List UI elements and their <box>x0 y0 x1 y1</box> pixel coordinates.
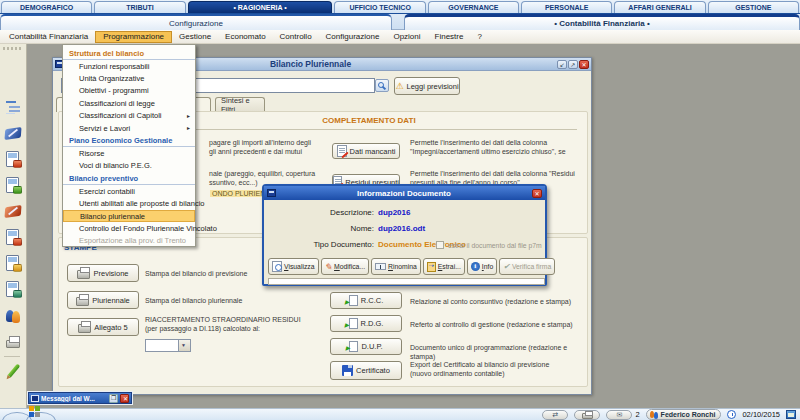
maximize-button[interactable] <box>568 60 578 69</box>
chevron-down-icon[interactable] <box>178 340 190 351</box>
menu-item-classificazioni-legge[interactable]: Classificazioni di legge <box>63 97 195 109</box>
menu-contabilita-finanziaria[interactable]: Contabilità Finanziaria <box>2 31 95 43</box>
minimize-button[interactable] <box>557 60 567 69</box>
pencil-icon[interactable] <box>4 362 22 380</box>
menu-programmazione[interactable]: Programmazione <box>95 31 172 43</box>
menu-configurazione[interactable]: Configurazione <box>319 31 387 43</box>
dup-desc: Documento unico di programmazione (redaz… <box>410 343 586 361</box>
rename-icon <box>375 263 386 270</box>
menu-item-classificazioni-capitoli[interactable]: Classificazioni di Capitoli <box>63 110 195 122</box>
verifica-firma-button: Verifica firma <box>499 258 555 275</box>
tipo-documento-label: Tipo Documento: <box>268 240 374 249</box>
tab-ragioneria[interactable]: • RAGIONERIA • <box>188 1 333 13</box>
tab-configurazione[interactable]: Configurazione <box>0 14 392 30</box>
dialog-titlebar[interactable]: Informazioni Documento <box>264 186 545 200</box>
messaggi-title: Messaggi dal W... <box>41 395 107 402</box>
users-icon[interactable] <box>4 306 22 324</box>
descrizione-label: Descrizione: <box>268 208 374 217</box>
menu-item-servizi-lavori[interactable]: Servizi e Lavori <box>63 122 195 134</box>
dati-mancanti-button[interactable]: Dati mancanti <box>332 143 400 159</box>
menu-economato[interactable]: Economato <box>218 31 272 43</box>
tab-ufficio-tecnico[interactable]: UFFICIO TECNICO <box>334 1 425 13</box>
print-icon <box>78 324 91 333</box>
tab-gestione[interactable]: GESTIONE <box>708 1 799 13</box>
modifica-button[interactable]: Modifica... <box>321 258 370 275</box>
allegato5-button[interactable]: Allegato 5 <box>67 318 139 336</box>
menu-finestre[interactable]: Finestre <box>428 31 471 43</box>
programmazione-menu: Struttura del bilancio Funzioni responsa… <box>62 44 196 247</box>
info-icon <box>471 262 480 271</box>
rdg-button[interactable]: R.D.G. <box>330 315 402 332</box>
toolbar-grip[interactable] <box>3 47 21 50</box>
messages-button[interactable]: ✉ <box>606 410 632 420</box>
check-icon <box>503 262 510 271</box>
search-icon <box>378 82 384 88</box>
rdg-desc: Referto al controllo di gestione (redazi… <box>410 320 586 329</box>
menu-item-esercizi-contabili[interactable]: Esercizi contabili <box>63 185 195 197</box>
document-gears-icon[interactable] <box>4 176 22 194</box>
previsione-desc: Stampa del bilancio di previsione <box>145 269 247 278</box>
menu-item-risorse[interactable]: Risorse <box>63 147 195 159</box>
tools-blue-icon[interactable] <box>4 124 22 142</box>
info-button[interactable]: Info <box>467 258 497 275</box>
restore-button[interactable] <box>109 394 118 403</box>
tab-sintesi-filtri[interactable]: Sintesi e Filtri <box>215 97 265 111</box>
print-button[interactable] <box>574 410 600 420</box>
certificato-desc: Export del Certificato al bilancio di pr… <box>410 360 586 378</box>
rinomina-button[interactable]: Rinomina <box>371 258 421 275</box>
menu-help[interactable]: ? <box>470 31 488 43</box>
menu-opzioni[interactable]: Opzioni <box>386 31 427 43</box>
tab-tributi[interactable]: TRIBUTI <box>94 1 185 13</box>
messaggi-minimized-window[interactable]: Messaggi dal W... <box>28 392 132 404</box>
document-screen-icon[interactable] <box>4 280 22 298</box>
pluriennale-button[interactable]: Pluriennale <box>67 291 139 309</box>
document-red-icon[interactable] <box>4 228 22 246</box>
structure-icon[interactable] <box>4 98 22 116</box>
printer-icon[interactable] <box>4 332 22 350</box>
menu-item-controllo-fpv[interactable]: Controllo del Fondo Pluriennale Vincolat… <box>63 222 195 234</box>
calendar-icon[interactable] <box>786 410 796 419</box>
dup-button[interactable]: D.U.P. <box>330 338 402 355</box>
tab-personale[interactable]: PERSONALE <box>521 1 612 13</box>
previsione-button[interactable]: Previsione <box>67 264 139 282</box>
descrizione-value: dup2016 <box>378 208 410 217</box>
users-icon <box>650 410 659 419</box>
menu-item-obiettivi-programmi[interactable]: Obiettivi - programmi <box>63 85 195 97</box>
tab-contabilita-finanziaria[interactable]: • Contabilità Finanziaria • <box>404 14 800 30</box>
text-fragment: pagare gli importi all'interno degligli … <box>209 138 311 156</box>
tab-affari-generali[interactable]: AFFARI GENERALI <box>614 1 705 13</box>
print-icon <box>76 297 89 306</box>
menu-item-voci-bilancio-peg[interactable]: Voci di bilancio P.E.G. <box>63 160 195 172</box>
menu-controllo[interactable]: Controllo <box>273 31 319 43</box>
estrai-button[interactable]: Estrai... <box>423 258 465 275</box>
tab-demografico[interactable]: DEMOGRAFICO <box>1 1 92 13</box>
estrai-p7m-checkbox[interactable] <box>436 241 444 249</box>
allegato5-date-combobox[interactable] <box>145 339 191 352</box>
menu-item-funzioni-responsabili[interactable]: Funzioni responsabili <box>63 60 195 72</box>
menu-header-struttura: Struttura del bilancio <box>63 47 195 60</box>
menu-gestione[interactable]: Gestione <box>172 31 218 43</box>
estrai-p7m-label: estrai il documento dal file p7m <box>448 242 542 249</box>
user-button[interactable]: Federico Ronchi <box>646 409 722 420</box>
rcc-button[interactable]: R.C.C. <box>330 292 402 309</box>
menu-item-unita-organizzative[interactable]: Unità Organizzative <box>63 72 195 84</box>
menu-item-utenti-abilitati[interactable]: Utenti abilitati alle proposte di bilanc… <box>63 198 195 210</box>
transfer-button[interactable]: ⇄ <box>542 410 568 420</box>
current-date: 02/10/2015 <box>742 410 780 419</box>
left-toolbar <box>0 44 27 420</box>
document-icon[interactable] <box>4 150 22 168</box>
tools-red-icon[interactable] <box>4 202 22 220</box>
search-button[interactable] <box>375 79 389 92</box>
leggi-previsioni-button[interactable]: ⚠ Leggi previsioni <box>394 77 460 95</box>
export-document-icon <box>349 318 358 329</box>
dialog-button-row: Visualizza Modifica... Rinomina Estrai..… <box>268 258 545 276</box>
close-icon[interactable] <box>120 394 129 403</box>
certificato-button[interactable]: Certificato <box>330 361 402 380</box>
app-screen: DEMOGRAFICO TRIBUTI • RAGIONERIA • UFFIC… <box>0 0 800 420</box>
document-brush-icon[interactable] <box>4 254 22 272</box>
dialog-close-button[interactable] <box>532 189 542 198</box>
visualizza-button[interactable]: Visualizza <box>268 258 319 275</box>
menu-item-bilancio-pluriennale[interactable]: Bilancio pluriennale <box>63 210 195 222</box>
tab-governance[interactable]: GOVERNANCE <box>428 1 519 13</box>
close-button[interactable] <box>579 60 589 69</box>
